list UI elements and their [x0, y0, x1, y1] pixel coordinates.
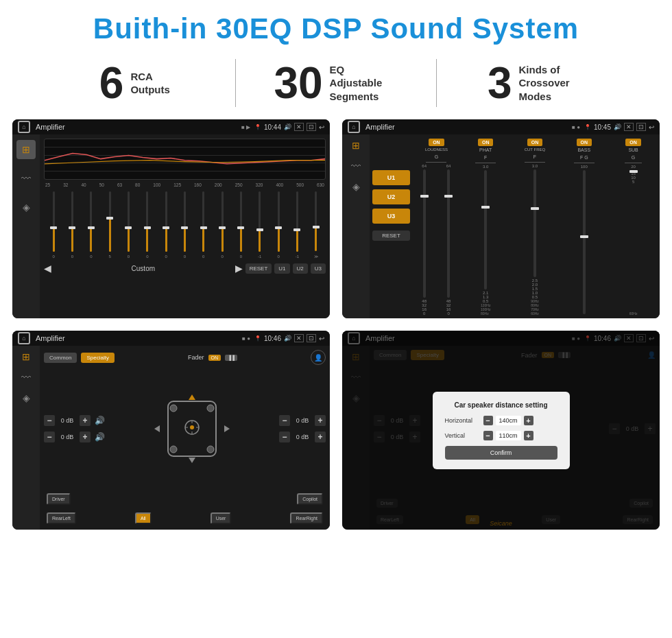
- svg-marker-13: [154, 425, 160, 432]
- copilot-btn[interactable]: Copilot: [297, 493, 323, 505]
- slider-15[interactable]: ≫: [308, 190, 324, 259]
- slider-13[interactable]: 0: [270, 190, 287, 259]
- eq-sidebar-icon-3[interactable]: ◈: [16, 198, 36, 217]
- user-btn[interactable]: User: [211, 512, 232, 524]
- slider-2[interactable]: 0: [64, 190, 80, 259]
- cross-icon-3[interactable]: ◈: [352, 181, 360, 192]
- fader-profile-btn[interactable]: 👤: [311, 350, 326, 365]
- x-icon[interactable]: ✕: [294, 123, 304, 131]
- slider-5[interactable]: 0: [120, 190, 136, 259]
- confirm-button[interactable]: Confirm: [445, 446, 557, 460]
- db-plus-tr[interactable]: +: [315, 415, 326, 426]
- slider-14[interactable]: -1: [289, 190, 305, 259]
- slider-8[interactable]: 0: [176, 190, 193, 259]
- ch-loudness: ON LOUDNESS G 64 48: [413, 139, 460, 316]
- db-minus-tr[interactable]: −: [279, 415, 290, 426]
- db-minus-br[interactable]: −: [279, 432, 290, 442]
- slider-1[interactable]: 0: [45, 190, 62, 259]
- slider-9[interactable]: 0: [195, 190, 212, 259]
- u2-cross-btn[interactable]: U2: [372, 189, 410, 204]
- home-icon-2[interactable]: ⌂: [348, 121, 360, 133]
- u1-btn[interactable]: U1: [274, 263, 289, 274]
- on-badge[interactable]: ON: [208, 355, 221, 361]
- back-icon-3[interactable]: ↩: [319, 335, 324, 342]
- driver-btn[interactable]: Driver: [47, 493, 71, 505]
- cutfreq-toggle[interactable]: ON: [527, 139, 543, 146]
- u2-btn[interactable]: U2: [293, 263, 308, 274]
- slider-7[interactable]: 0: [158, 190, 174, 259]
- tab-specialty[interactable]: Specialty: [81, 353, 114, 363]
- rearleft-btn[interactable]: RearLeft: [47, 512, 76, 524]
- dialog-overlay: Car speaker distance setting Horizontal …: [342, 331, 660, 530]
- vertical-label: Vertical: [445, 432, 479, 439]
- u3-cross-btn[interactable]: U3: [372, 209, 410, 224]
- fader-icon-2[interactable]: 〰: [21, 372, 31, 383]
- rearright-btn[interactable]: RearRight: [290, 512, 323, 524]
- window-icon[interactable]: ⊡: [307, 123, 316, 131]
- db-plus-tl[interactable]: +: [80, 415, 91, 426]
- db-val-tl: 0 dB: [58, 417, 77, 424]
- screen2-title: Amplifier: [365, 123, 568, 131]
- home-icon[interactable]: ⌂: [18, 121, 30, 133]
- home-icon-3[interactable]: ⌂: [18, 332, 30, 344]
- page-title: Buith-in 30EQ DSP Sound System: [14, 12, 658, 45]
- screen-fader: ⌂ Amplifier ■ ● 📍 10:46 🔊 ✕ ⊡ ↩ ⊞ 〰 ◈ Co…: [12, 331, 330, 530]
- fader-sidebar: ⊞ 〰 ◈: [12, 346, 40, 530]
- stat-crossover: 3 Kinds ofCrossover Modes: [444, 61, 631, 105]
- slider-10[interactable]: 0: [214, 190, 230, 259]
- ch-cutfreq: ON CUT FREQ F 3.0 2.52.01.51.0: [512, 139, 559, 316]
- svg-point-9: [170, 446, 177, 453]
- fader-icon-1[interactable]: ⊞: [22, 351, 30, 362]
- fader-slider-badge[interactable]: ▐▐: [225, 355, 237, 361]
- x-icon-2[interactable]: ✕: [624, 123, 634, 131]
- prev-btn[interactable]: ◀: [44, 263, 51, 274]
- all-btn[interactable]: All: [135, 512, 152, 524]
- slider-3[interactable]: 0: [83, 190, 99, 259]
- fader-icon-3[interactable]: ◈: [23, 392, 30, 403]
- slider-6[interactable]: 0: [139, 190, 156, 259]
- svg-point-2: [190, 425, 194, 429]
- phat-toggle[interactable]: ON: [478, 139, 494, 146]
- statusbar-eq: ⌂ Amplifier ■ ▶ 📍 10:44 🔊 ✕ ⊡ ↩: [12, 119, 330, 134]
- screen3-time: 10:46: [264, 335, 281, 342]
- window-icon-2[interactable]: ⊡: [636, 123, 646, 131]
- vertical-minus[interactable]: −: [483, 431, 493, 440]
- u3-btn[interactable]: U3: [311, 263, 326, 274]
- record-icon: ■ ▶: [241, 124, 250, 130]
- window-icon-3[interactable]: ⊡: [307, 334, 316, 342]
- slider-4[interactable]: 5: [101, 190, 118, 259]
- screen3-title: Amplifier: [36, 334, 238, 342]
- vertical-plus[interactable]: +: [524, 431, 533, 440]
- back-icon[interactable]: ↩: [319, 123, 324, 131]
- slider-11[interactable]: 0: [232, 190, 249, 259]
- x-icon-3[interactable]: ✕: [294, 334, 304, 342]
- loudness-toggle[interactable]: ON: [429, 139, 444, 146]
- reset-cross-btn[interactable]: RESET: [372, 231, 410, 241]
- divider-2: [436, 59, 437, 107]
- u1-cross-btn[interactable]: U1: [372, 170, 410, 185]
- eq-sliders: 0 0 0 5 0 0 0 0 0 0 0 -1 0 -1 ≫: [44, 190, 326, 259]
- db-minus-bl[interactable]: −: [44, 432, 55, 442]
- eq-sidebar-icon-1[interactable]: ⊞: [16, 140, 36, 159]
- horizontal-plus[interactable]: +: [524, 416, 533, 425]
- back-icon-2[interactable]: ↩: [649, 123, 654, 131]
- db-minus-tl[interactable]: −: [44, 415, 55, 426]
- next-btn[interactable]: ▶: [235, 263, 243, 274]
- eq-sidebar-icon-2[interactable]: 〰: [16, 169, 36, 188]
- slider-12[interactable]: -1: [252, 190, 268, 259]
- screen2-time: 10:45: [594, 123, 611, 131]
- tab-common[interactable]: Common: [44, 353, 77, 363]
- db-plus-br[interactable]: +: [315, 432, 326, 442]
- cross-icon-1[interactable]: ⊞: [352, 140, 360, 151]
- bass-toggle[interactable]: ON: [577, 139, 592, 146]
- ch-sub: ON SUB G 20 15105: [610, 139, 657, 316]
- db-plus-bl[interactable]: +: [80, 432, 91, 442]
- header: Buith-in 30EQ DSP Sound System: [0, 0, 672, 52]
- cross-icon-2[interactable]: 〰: [351, 161, 361, 172]
- stat-eq: 30 EQ AdjustableSegments: [243, 61, 430, 105]
- horizontal-minus[interactable]: −: [483, 416, 493, 425]
- divider-1: [235, 59, 236, 107]
- sub-toggle[interactable]: ON: [625, 139, 641, 146]
- reset-btn[interactable]: RESET: [245, 263, 272, 274]
- svg-marker-12: [189, 458, 195, 463]
